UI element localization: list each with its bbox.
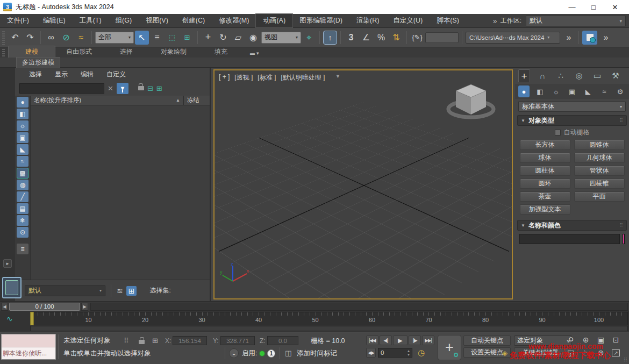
menu-graph-editors[interactable]: 图形编辑器(D) bbox=[292, 14, 349, 27]
reference-coordinate-dropdown[interactable]: 视图 ▾ bbox=[261, 32, 301, 44]
select-and-scale-button[interactable]: ▱ bbox=[231, 31, 245, 45]
cylinder-button[interactable]: 圆柱体 bbox=[520, 166, 570, 176]
display-containers-toggle[interactable]: ▤ bbox=[17, 203, 28, 214]
spinner-icon[interactable]: ▴▾ bbox=[408, 349, 410, 356]
edit-named-selection-sets-button[interactable]: {✎} bbox=[410, 31, 424, 45]
display-groups-toggle[interactable]: ▩ bbox=[17, 168, 28, 179]
menu-animation[interactable]: 动画(A) bbox=[256, 14, 292, 27]
explorer-corner-button[interactable] bbox=[2, 277, 22, 298]
security-badge[interactable]: 1 bbox=[267, 349, 275, 358]
mini-curve-editor-icon[interactable]: ∿ bbox=[6, 315, 13, 323]
current-frame-field[interactable]: 0 ▴▾ bbox=[378, 348, 412, 358]
display-list-view-toggle[interactable]: ≡ bbox=[17, 244, 28, 254]
collapse-all-icon[interactable]: ⊟ bbox=[147, 84, 153, 92]
rectangular-selection-region-icon[interactable]: ⬚ bbox=[165, 31, 179, 45]
create-tab[interactable]: + bbox=[518, 69, 530, 82]
menu-views[interactable]: 视图(V) bbox=[139, 14, 175, 27]
undo-button[interactable]: ↶ bbox=[8, 31, 22, 45]
scene-security-icon[interactable]: ◒ bbox=[229, 348, 239, 358]
modify-tab[interactable]: ∩ bbox=[537, 69, 548, 82]
go-to-start-button[interactable]: |◀◀ bbox=[366, 336, 378, 345]
tube-button[interactable]: 管状体 bbox=[574, 166, 625, 176]
select-and-rotate-button[interactable]: ↻ bbox=[216, 31, 230, 45]
shapes-category[interactable]: ◧ bbox=[534, 85, 546, 97]
explorer-menu-display[interactable]: 显示 bbox=[55, 70, 68, 79]
torus-button[interactable]: 圆环 bbox=[520, 179, 570, 189]
use-pivot-center-button[interactable]: ⌖ bbox=[302, 31, 316, 45]
y-coordinate-field[interactable]: 328.771 bbox=[220, 336, 255, 345]
project-path-dropdown[interactable]: C:\Users\Ad⋯ds Max 2024 ▾ bbox=[466, 32, 560, 44]
ribbon-tab-populate[interactable]: 填充 bbox=[197, 46, 245, 58]
display-frozen-toggle[interactable]: ❄ bbox=[17, 215, 28, 226]
ribbon-minimize-button[interactable]: ▬ ▾ bbox=[250, 51, 259, 58]
viewport-menu-general[interactable]: [ + ] bbox=[219, 73, 230, 82]
object-color-swatch[interactable] bbox=[623, 234, 625, 244]
systems-category[interactable]: ⚙ bbox=[614, 85, 626, 97]
display-spacewarps-toggle[interactable]: ≈ bbox=[17, 156, 28, 167]
menu-file[interactable]: 文件(F) bbox=[0, 14, 36, 27]
lock-icon[interactable] bbox=[138, 86, 144, 90]
perspective-viewport[interactable]: [ + ] [透视 ] [标准 ] [默认明暗处理 ] ▼ z x y bbox=[213, 69, 513, 299]
display-xrefs-toggle[interactable]: ◍ bbox=[17, 180, 28, 190]
select-and-move-button[interactable]: + bbox=[201, 31, 215, 45]
explorer-menu-customize[interactable]: 自定义 bbox=[106, 70, 126, 79]
explorer-object-list[interactable] bbox=[31, 105, 210, 280]
geometry-category[interactable]: ● bbox=[518, 85, 530, 97]
listener-macro-row[interactable] bbox=[2, 334, 55, 347]
display-bones-toggle[interactable]: ╱ bbox=[17, 191, 28, 202]
ribbon-tab-modeling[interactable]: 建模 bbox=[8, 46, 55, 58]
search-filter-button[interactable]: ▼ bbox=[117, 83, 128, 94]
cone-button[interactable]: 圆锥体 bbox=[574, 140, 625, 150]
x-coordinate-field[interactable]: 156.154 bbox=[173, 336, 207, 345]
explorer-preset-dropdown[interactable]: 默认 ▾ bbox=[25, 286, 105, 296]
select-by-name-button[interactable]: ≡ bbox=[150, 31, 164, 45]
expand-panel-icon[interactable]: ▸ bbox=[3, 259, 12, 268]
menu-group[interactable]: 组(G) bbox=[109, 14, 139, 27]
name-color-rollout-header[interactable]: ▼ 名称和颜色 ⠿ bbox=[517, 220, 627, 231]
menu-overflow-icon[interactable]: » bbox=[493, 17, 496, 25]
explorer-menu-edit[interactable]: 编辑 bbox=[81, 70, 94, 79]
motion-tab[interactable]: ◎ bbox=[573, 69, 585, 82]
hierarchy-mode-icon[interactable]: ⊞ bbox=[126, 286, 137, 296]
menu-create[interactable]: 创建(C) bbox=[175, 14, 212, 27]
display-lights-toggle[interactable]: ☼ bbox=[17, 120, 28, 131]
minimize-button[interactable]: — bbox=[561, 0, 583, 14]
toolbar-overflow-icon[interactable]: » bbox=[598, 31, 612, 45]
primitive-category-dropdown[interactable]: 标准基本体 ▾ bbox=[518, 101, 626, 112]
viewport-menu-pov[interactable]: [透视 ] bbox=[234, 73, 253, 82]
next-key-button[interactable]: ||▶ bbox=[409, 336, 421, 345]
box-button[interactable]: 长方体 bbox=[520, 140, 570, 150]
view-cube[interactable] bbox=[442, 78, 500, 124]
frozen-column-header[interactable]: 冻结 bbox=[184, 96, 210, 105]
key-mode-toggle[interactable]: ◀▶ bbox=[366, 348, 376, 358]
selection-filter-dropdown[interactable]: 全部 ▾ bbox=[95, 32, 134, 44]
select-and-link-icon[interactable]: ∞ bbox=[44, 31, 58, 45]
bind-to-space-warp-icon[interactable]: ≈ bbox=[74, 31, 88, 45]
toolbar-overflow-icon[interactable]: » bbox=[561, 31, 575, 45]
menu-modifiers[interactable]: 修改器(M) bbox=[212, 14, 256, 27]
pyramid-button[interactable]: 四棱锥 bbox=[574, 179, 625, 189]
next-frame-arrow[interactable]: ▶ bbox=[81, 303, 88, 311]
per-view-filter-icon[interactable]: ▼ bbox=[335, 73, 340, 82]
hierarchy-tab[interactable]: ∴ bbox=[555, 69, 567, 82]
utilities-tab[interactable]: ⚒ bbox=[610, 69, 621, 82]
menu-customize[interactable]: 自定义(U) bbox=[386, 14, 430, 27]
go-to-end-button[interactable]: ▶▶| bbox=[422, 336, 434, 345]
display-geometry-toggle[interactable]: ● bbox=[17, 97, 28, 108]
spinner-snap-toggle[interactable]: ⇅ bbox=[389, 31, 403, 45]
window-crossing-toggle-icon[interactable]: ⊞ bbox=[180, 31, 194, 45]
menu-scripting[interactable]: 脚本(S) bbox=[430, 14, 466, 27]
select-and-place-button[interactable]: ◉ bbox=[246, 31, 260, 45]
percent-snap-toggle[interactable]: % bbox=[374, 31, 388, 45]
angle-snap-toggle[interactable]: ∠ bbox=[359, 31, 373, 45]
polygon-modeling-panel-tab[interactable]: 多边形建模 bbox=[16, 57, 60, 68]
maximize-button[interactable]: □ bbox=[583, 0, 604, 14]
z-coordinate-field[interactable]: 0.0 bbox=[267, 336, 298, 345]
clear-search-icon[interactable]: ✕ bbox=[108, 84, 113, 92]
ribbon-tab-selection[interactable]: 选择 bbox=[103, 46, 150, 58]
auto-key-button[interactable]: 自动关键点 bbox=[463, 336, 511, 346]
unlink-selection-icon[interactable]: ⊘ bbox=[59, 31, 73, 45]
snap-toggle-3d-button[interactable]: 3 bbox=[344, 31, 358, 45]
zoom-extents-all-icon[interactable]: ⊡ bbox=[610, 334, 622, 345]
menu-edit[interactable]: 编辑(E) bbox=[36, 14, 73, 27]
